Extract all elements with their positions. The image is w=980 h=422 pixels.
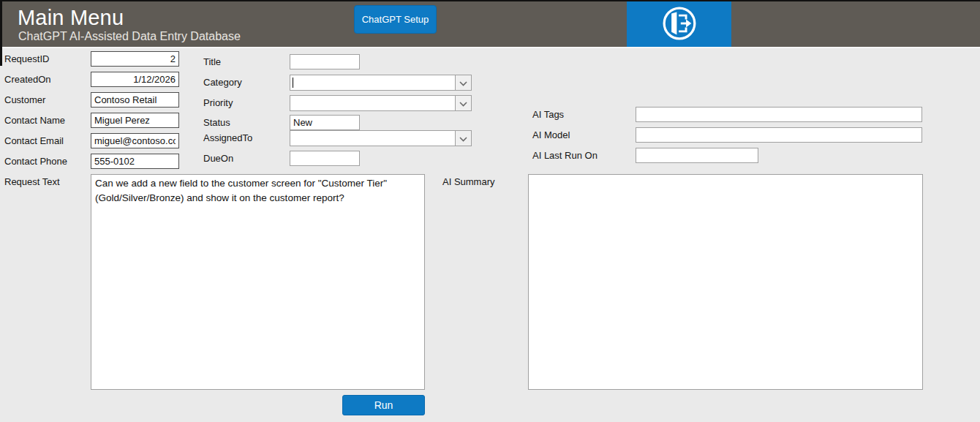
assigned-to-combobox[interactable] [290,130,472,146]
request-text-label: Request Text [4,176,60,187]
category-combobox[interactable] [290,75,472,91]
page-subtitle: ChatGPT AI-Assisted Data Entry Database [18,30,241,43]
customer-field[interactable] [91,92,179,108]
category-dropdown-button[interactable] [455,75,471,90]
request-id-field[interactable] [91,51,179,67]
assigned-to-label: AssignedTo [203,132,252,143]
chevron-down-icon [459,97,467,110]
ai-summary-field[interactable] [528,174,923,390]
ai-summary-label: AI Summary [442,176,495,187]
ai-tags-label: AI Tags [532,109,564,120]
assigned-to-combobox-text[interactable] [290,131,455,146]
due-on-field[interactable] [290,151,360,166]
ai-model-label: AI Model [532,129,570,140]
run-button[interactable]: Run [342,395,425,415]
created-on-field[interactable] [91,72,179,87]
category-combobox-text[interactable] [290,75,455,90]
request-id-label: RequestID [4,53,49,64]
assigned-to-dropdown-button[interactable] [455,131,471,146]
chevron-down-icon [459,132,467,145]
ai-tags-field[interactable] [636,107,922,122]
created-on-label: CreatedOn [4,74,51,85]
contact-name-field[interactable] [91,113,179,128]
chatgpt-setup-button[interactable]: ChatGPT Setup [354,5,437,34]
request-text-field[interactable] [91,174,425,390]
title-label: Title [203,56,221,67]
status-field[interactable] [290,115,360,130]
title-field[interactable] [290,54,360,69]
contact-name-label: Contact Name [4,115,65,126]
window-left-border [0,0,2,66]
ai-last-run-on-label: AI Last Run On [532,150,598,161]
contact-phone-label: Contact Phone [4,156,67,167]
priority-label: Priority [203,97,233,108]
header-bar: Main Menu ChatGPT AI-Assisted Data Entry… [0,0,980,47]
window-top-border [0,0,980,1]
status-label: Status [203,117,230,128]
priority-combobox[interactable] [290,95,472,111]
contact-email-field[interactable] [91,133,179,148]
text-cursor [293,78,293,88]
priority-dropdown-button[interactable] [455,96,471,110]
ai-model-field[interactable] [636,127,922,143]
exit-door-icon [658,2,701,48]
exit-button[interactable] [627,1,731,48]
chevron-down-icon [459,76,467,89]
contact-phone-field[interactable] [91,154,179,169]
page-title: Main Menu [18,6,124,30]
contact-email-label: Contact Email [4,135,64,146]
customer-label: Customer [4,94,45,105]
ai-last-run-on-field[interactable] [636,148,758,163]
category-label: Category [203,77,242,88]
priority-combobox-text[interactable] [290,96,455,110]
due-on-label: DueOn [203,153,233,164]
header-separator [0,47,980,48]
